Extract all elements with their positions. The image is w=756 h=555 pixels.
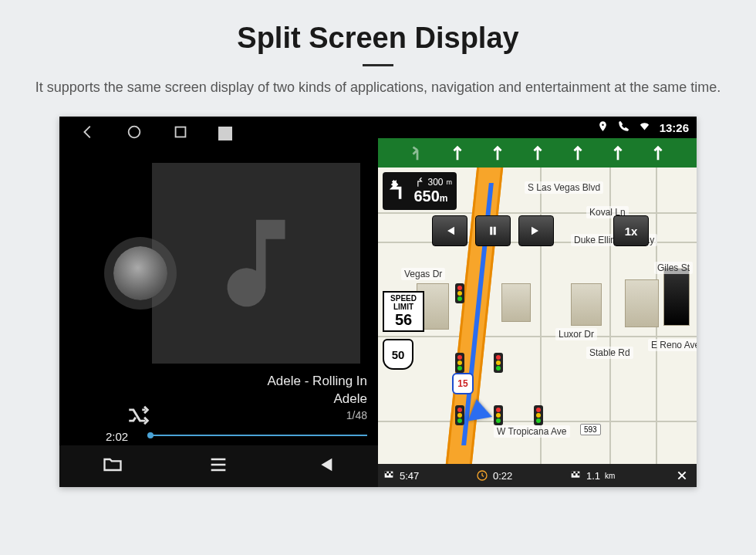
lane-straight-icon xyxy=(650,143,667,163)
elapsed-time: 2:02 xyxy=(106,430,128,443)
finish-flag-icon xyxy=(383,469,395,482)
recents-icon[interactable] xyxy=(172,124,189,144)
track-meta: Adele - Rolling In Adele 1/48 xyxy=(268,373,367,423)
lane-guidance-bar xyxy=(378,138,697,168)
progress-bar[interactable]: 2:02 xyxy=(106,425,367,436)
turn-unit: m xyxy=(440,193,448,204)
turn-dist: 650 xyxy=(413,188,439,205)
finish-flag-icon xyxy=(569,469,582,482)
album-art-placeholder xyxy=(152,163,360,364)
street-label: Vegas Dr xyxy=(401,268,445,280)
traffic-light-icon xyxy=(494,405,503,425)
device-frame: Adele - Rolling In Adele 1/48 2:02 xyxy=(59,117,697,487)
location-icon xyxy=(597,120,609,134)
map-canvas[interactable]: 15 S Las Vegas Blvd Koval Ln Duke Elling… xyxy=(378,168,697,464)
sim-speed-button[interactable]: 1x xyxy=(613,215,649,246)
street-label: Luxor Dr xyxy=(555,328,597,340)
speed-limit-value: 56 xyxy=(386,311,421,329)
joystick-control[interactable] xyxy=(113,246,167,300)
traffic-light-icon xyxy=(494,353,503,373)
sim-controls xyxy=(432,215,554,246)
page-subtitle: It supports the same screen display of t… xyxy=(31,77,725,98)
phone-icon xyxy=(618,120,629,134)
music-note-icon xyxy=(198,205,314,321)
next-turn-dist: 300 xyxy=(427,177,443,188)
navigation-pane: 13:26 xyxy=(378,117,697,487)
dist-unit-text: km xyxy=(605,472,615,480)
traffic-light-icon xyxy=(534,405,543,425)
dist-remaining-text: 1.1 xyxy=(586,470,600,482)
turn-left-icon xyxy=(387,177,409,203)
folder-icon[interactable] xyxy=(102,454,123,479)
speed-limit-label: SPEED LIMIT xyxy=(386,294,421,311)
traffic-light-icon xyxy=(455,283,464,303)
speed-limit-sign: SPEED LIMIT 56 xyxy=(383,291,424,332)
turn-right-icon xyxy=(413,177,424,188)
android-nav-bar xyxy=(59,117,378,151)
turn-instruction: 300 m 650m xyxy=(383,172,457,210)
interstate-shield: 15 xyxy=(452,373,474,394)
time-remaining-text: 0:22 xyxy=(493,470,512,482)
shuffle-icon[interactable] xyxy=(126,402,152,428)
building xyxy=(571,283,602,326)
clock-icon xyxy=(476,469,488,482)
home-icon[interactable] xyxy=(126,124,143,144)
svg-point-0 xyxy=(129,127,140,138)
status-bar: 13:26 xyxy=(378,117,697,138)
lane-left-icon xyxy=(409,143,426,163)
close-icon xyxy=(676,469,688,482)
eta-text: 5:47 xyxy=(400,470,419,482)
traffic-light-icon xyxy=(455,405,464,425)
street-label: W Tropicana Ave xyxy=(494,425,570,438)
vehicle-cursor-icon xyxy=(464,397,492,421)
previous-track-icon[interactable] xyxy=(314,454,336,479)
picture-icon[interactable] xyxy=(218,127,232,140)
page-title: Split Screen Display xyxy=(0,0,756,55)
lane-straight-icon xyxy=(529,143,546,163)
street-label: S Las Vegas Blvd xyxy=(525,181,603,194)
building xyxy=(663,268,690,326)
back-icon[interactable] xyxy=(79,124,96,144)
street-label: E Reno Ave xyxy=(648,339,697,351)
address-pill: 593 xyxy=(580,424,601,435)
playlist-icon[interactable] xyxy=(208,454,229,479)
music-bottom-bar xyxy=(59,445,378,487)
close-button[interactable] xyxy=(672,465,692,486)
sim-next-button[interactable] xyxy=(518,215,554,246)
music-pane: Adele - Rolling In Adele 1/48 2:02 xyxy=(59,117,378,487)
track-index: 1/48 xyxy=(268,408,367,423)
street-label: Stable Rd xyxy=(586,347,633,359)
track-title: Adele - Rolling In xyxy=(268,373,367,391)
street-label: Giles St xyxy=(654,262,693,274)
building xyxy=(501,283,531,322)
lane-straight-icon xyxy=(449,143,466,163)
lane-straight-icon xyxy=(609,143,626,163)
title-underline xyxy=(363,64,393,66)
clock-text: 13:26 xyxy=(660,121,689,134)
building xyxy=(625,279,659,327)
nav-bottom-bar: 5:47 0:22 1.1 km xyxy=(378,464,697,487)
sim-prev-button[interactable] xyxy=(432,215,467,246)
track-artist: Adele xyxy=(268,391,367,408)
lane-straight-icon xyxy=(489,143,506,163)
svg-rect-1 xyxy=(176,127,186,137)
sim-pause-button[interactable] xyxy=(475,215,511,246)
traffic-light-icon xyxy=(455,353,464,373)
wifi-icon xyxy=(639,120,650,134)
lane-straight-icon xyxy=(569,143,586,163)
route-shield: 50 xyxy=(383,339,413,370)
next-turn-unit: m xyxy=(447,178,453,186)
